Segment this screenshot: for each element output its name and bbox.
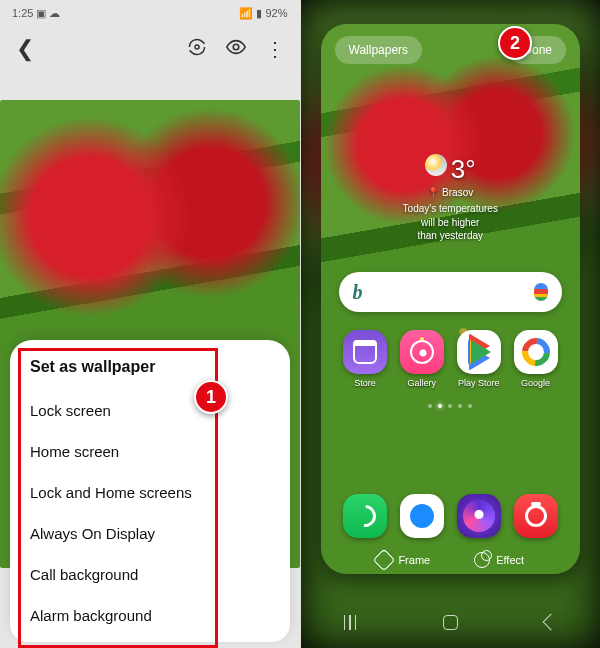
annotation-step-2: 2 [498,26,532,60]
signal-icon: ▮ [256,7,262,20]
app-messages[interactable] [395,494,449,538]
home-preview: Wallpapers Done 3° 📍 Brasov Today's temp… [321,24,581,574]
svg-point-0 [195,45,199,49]
set-wallpaper-sheet: Set as wallpaper Lock screen Home screen… [10,340,290,642]
page-indicator[interactable] [321,404,581,408]
nav-home[interactable] [443,615,458,630]
gallery-topbar: ❮ ⋮ [0,28,300,70]
option-home-screen[interactable]: Home screen [30,431,270,472]
bing-logo-icon: b [353,281,363,304]
frame-button[interactable]: Frame [376,552,430,568]
phone-preview-screen: Wallpapers Done 3° 📍 Brasov Today's temp… [301,0,601,648]
gallery-icon [400,330,444,374]
option-lock-screen[interactable]: Lock screen [30,390,270,431]
tutorial-stage: 1:25 ▣ ☁ 📶 ▮ 92% ❮ ⋮ [0,0,600,648]
search-bar[interactable]: b [339,272,563,312]
svg-point-1 [233,44,239,50]
weather-widget[interactable]: 3° 📍 Brasov Today's temperatures will be… [321,154,581,243]
mic-icon[interactable] [534,283,548,301]
option-lock-and-home[interactable]: Lock and Home screens [30,472,270,513]
battery-text: 92% [265,7,287,19]
play-store-icon [457,330,501,374]
app-gallery[interactable]: Gallery [395,330,449,388]
annotation-step-1: 1 [194,380,228,414]
app-store[interactable]: Store [338,330,392,388]
more-icon[interactable]: ⋮ [265,37,284,61]
nav-back[interactable] [542,614,559,631]
option-alarm-background[interactable]: Alarm background [30,595,270,636]
camera-icon [514,494,558,538]
option-always-on-display[interactable]: Always On Display [30,513,270,554]
store-icon [343,330,387,374]
nav-recents[interactable] [344,615,357,630]
app-phone[interactable] [338,494,392,538]
app-internet[interactable] [452,494,506,538]
messages-icon [400,494,444,538]
weather-temp: 3° [451,154,476,185]
notif-icon: ☁ [49,7,60,20]
frame-icon [373,549,396,572]
visibility-icon[interactable] [225,36,247,63]
notif-icon: ▣ [36,7,46,20]
effect-icon [474,552,490,568]
weather-location: Brasov [442,187,473,198]
sheet-title: Set as wallpaper [30,358,270,376]
internet-icon [457,494,501,538]
effect-button[interactable]: Effect [474,552,524,568]
status-bar: 1:25 ▣ ☁ 📶 ▮ 92% [0,0,300,26]
option-call-background[interactable]: Call background [30,554,270,595]
google-icon [514,330,558,374]
phone-gallery-screen: 1:25 ▣ ☁ 📶 ▮ 92% ❮ ⋮ [0,0,301,648]
weather-icon [425,154,447,176]
dock [321,494,581,538]
app-play-store[interactable]: Play Store [452,330,506,388]
wifi-icon: 📶 [239,7,253,20]
app-row: Store Gallery Play Store Google [321,330,581,388]
phone-icon [343,494,387,538]
status-time: 1:25 [12,7,33,19]
nav-bar [301,604,601,640]
effects-bar: Frame Effect [321,552,581,568]
app-google[interactable]: Google [509,330,563,388]
location-pin-icon: 📍 [427,187,439,198]
back-icon[interactable]: ❮ [16,36,34,62]
wallpapers-button[interactable]: Wallpapers [335,36,423,64]
remaster-icon[interactable] [187,37,207,62]
app-camera[interactable] [509,494,563,538]
